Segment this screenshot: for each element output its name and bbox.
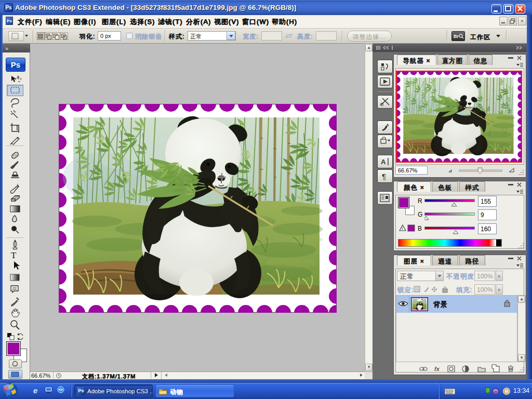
svg-text:T: T xyxy=(11,250,17,260)
svg-text:¶: ¶ xyxy=(382,172,386,181)
svg-text:fx: fx xyxy=(434,366,440,372)
svg-text:e: e xyxy=(33,386,37,395)
svg-text:A: A xyxy=(381,158,386,166)
svg-text:!: ! xyxy=(402,226,403,231)
